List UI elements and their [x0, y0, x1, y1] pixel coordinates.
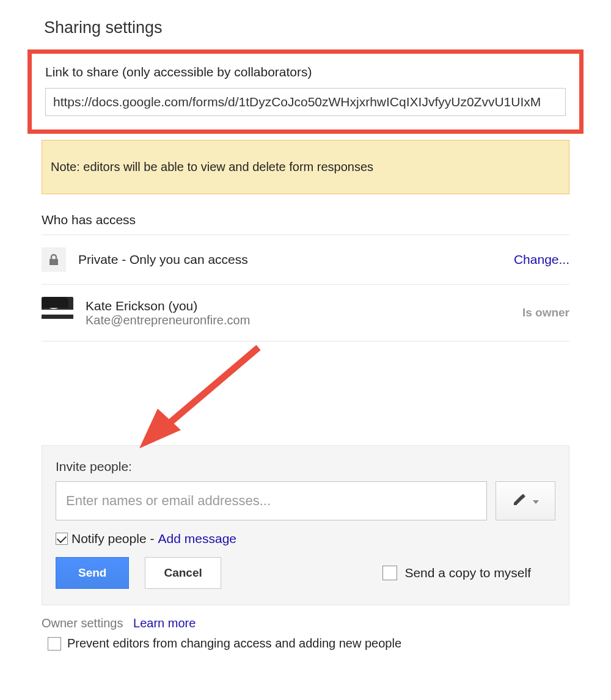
owner-row: Kate Erickson (you) Kate@entrepreneuronf… — [42, 285, 569, 341]
invite-input-row — [56, 481, 555, 520]
access-list: Private - Only you can access Change... … — [42, 235, 569, 341]
owner-role-label: Is owner — [522, 306, 569, 319]
notify-row: Notify people - Add message — [56, 531, 555, 546]
lock-icon — [42, 247, 66, 272]
svg-rect-0 — [49, 259, 58, 265]
owner-settings-label: Owner settings — [42, 616, 123, 630]
who-has-access-heading: Who has access — [0, 194, 611, 235]
note-banner: Note: editors will be able to view and d… — [42, 140, 569, 194]
link-share-section: Link to share (only accessible by collab… — [27, 49, 584, 134]
learn-more-link[interactable]: Learn more — [133, 616, 196, 630]
svg-marker-4 — [533, 500, 539, 504]
prevent-label: Prevent editors from changing access and… — [67, 636, 401, 651]
visibility-text: Private - Only you can access — [78, 252, 502, 267]
link-share-input[interactable] — [45, 88, 566, 116]
notify-separator: - — [150, 531, 155, 546]
invite-actions: Send Cancel Send a copy to myself — [56, 557, 555, 589]
link-share-label: Link to share (only accessible by collab… — [45, 65, 566, 79]
sharing-dialog: Sharing settings Link to share (only acc… — [0, 0, 611, 675]
notify-label: Notify people — [71, 531, 147, 546]
chevron-down-icon — [533, 495, 539, 506]
owner-settings: Owner settings Learn more Prevent editor… — [42, 616, 569, 651]
invite-input[interactable] — [56, 481, 487, 520]
invite-panel: Invite people: Notify people - Add messa — [42, 445, 569, 605]
person-name: Kate Erickson (you) — [86, 299, 510, 313]
copy-self-checkbox[interactable] — [382, 566, 397, 580]
person-info: Kate Erickson (you) Kate@entrepreneuronf… — [86, 299, 510, 327]
change-visibility-link[interactable]: Change... — [514, 252, 569, 267]
copy-self-label: Send a copy to myself — [404, 566, 531, 580]
annotation-arrow — [42, 341, 569, 445]
person-email: Kate@entrepreneuronfire.com — [86, 313, 510, 327]
send-button[interactable]: Send — [56, 557, 129, 589]
prevent-checkbox[interactable] — [48, 637, 61, 651]
notify-checkbox[interactable] — [56, 533, 68, 545]
visibility-row: Private - Only you can access Change... — [42, 235, 569, 285]
svg-line-1 — [158, 348, 258, 433]
permission-dropdown-button[interactable] — [496, 481, 555, 520]
add-message-link[interactable]: Add message — [158, 531, 236, 546]
pencil-icon — [512, 492, 527, 509]
copy-self-row: Send a copy to myself — [382, 566, 531, 580]
dialog-title: Sharing settings — [0, 0, 611, 49]
avatar — [42, 297, 73, 329]
prevent-row: Prevent editors from changing access and… — [42, 636, 569, 651]
cancel-button[interactable]: Cancel — [145, 557, 221, 589]
